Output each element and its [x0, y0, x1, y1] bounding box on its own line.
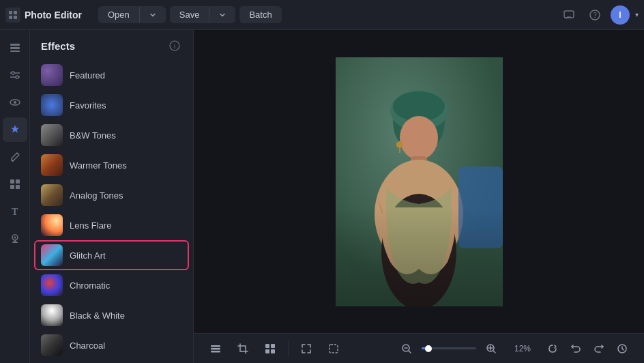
save-chevron-button[interactable] [209, 8, 235, 22]
effect-item-warmer-tones[interactable]: Warmer Tones [34, 150, 189, 180]
svg-point-17 [14, 101, 16, 104]
effects-header: Effects i [30, 30, 193, 60]
zoom-out-button[interactable] [396, 338, 418, 360]
effect-thumb-analog-tones [41, 184, 63, 206]
photo-canvas[interactable] [336, 57, 503, 306]
effect-thumb-chromatic [41, 274, 63, 296]
effects-title: Effects [41, 40, 75, 52]
canvas-area: 12% [194, 30, 644, 363]
restore-button[interactable] [542, 338, 564, 360]
effect-item-featured[interactable]: Featured [34, 60, 189, 90]
effect-item-favorites[interactable]: Favorites [34, 90, 189, 120]
svg-rect-49 [330, 345, 338, 353]
help-button[interactable]: ? [585, 5, 605, 25]
svg-text:?: ? [593, 12, 597, 19]
avatar[interactable]: I [611, 5, 630, 25]
sidebar-item-effects[interactable] [3, 117, 27, 142]
effect-label-charcoal: Charcoal [70, 340, 105, 351]
svg-rect-3 [14, 16, 17, 19]
sidebar-item-layers[interactable] [3, 35, 27, 60]
svg-rect-46 [271, 344, 275, 348]
sidebar-item-adjustments[interactable] [3, 63, 27, 87]
svg-rect-31 [336, 57, 503, 306]
effect-label-favorites: Favorites [70, 100, 106, 111]
effects-list: FeaturedFavoritesB&W TonesWarmer TonesAn… [30, 60, 193, 363]
effect-label-black-white: Black & White [70, 310, 125, 321]
header-right: ? I ▾ [559, 5, 639, 25]
sidebar-item-brush[interactable] [3, 145, 27, 169]
svg-rect-36 [411, 156, 427, 177]
svg-rect-1 [14, 11, 17, 14]
svg-rect-42 [211, 345, 220, 347]
save-button[interactable]: Save [170, 6, 209, 23]
svg-point-34 [393, 91, 445, 121]
svg-point-18 [12, 160, 14, 162]
effect-label-analog-tones: Analog Tones [70, 190, 123, 201]
header-actions: Open Save Batch [98, 6, 282, 23]
comment-button[interactable] [559, 5, 579, 25]
svg-point-37 [375, 160, 463, 269]
open-save-group: Open [98, 6, 166, 23]
toolbar-divider-1 [288, 340, 289, 357]
zoom-percent-label: 12% [506, 344, 531, 353]
effects-panel: Effects i FeaturedFavoritesB&W TonesWarm… [30, 30, 194, 363]
effect-item-cinematic[interactable]: Cinematic [34, 360, 189, 363]
open-button[interactable]: Open [98, 6, 139, 23]
fit-toolbar-button[interactable] [295, 338, 317, 360]
canvas-content [194, 30, 644, 333]
history-buttons [542, 338, 633, 360]
sidebar-item-text[interactable]: T [3, 199, 27, 224]
effect-item-charcoal[interactable]: Charcoal [34, 330, 189, 360]
effect-thumb-lens-flare [41, 214, 63, 236]
header: Photo Editor Open Save Batch [0, 0, 644, 30]
sidebar-item-eye[interactable] [3, 90, 27, 115]
effect-item-analog-tones[interactable]: Analog Tones [34, 180, 189, 210]
effect-label-bw-tones: B&W Tones [70, 130, 116, 141]
svg-rect-2 [9, 16, 12, 19]
effect-label-lens-flare: Lens Flare [70, 220, 111, 231]
effect-item-bw-tones[interactable]: B&W Tones [34, 120, 189, 150]
batch-button[interactable]: Batch [239, 6, 281, 23]
effect-label-warmer-tones: Warmer Tones [70, 160, 127, 171]
history-button[interactable] [611, 338, 633, 360]
crop-toolbar-button[interactable] [232, 338, 254, 360]
effect-item-chromatic[interactable]: Chromatic [34, 270, 189, 300]
effect-thumb-charcoal [41, 334, 63, 356]
svg-rect-30 [336, 57, 503, 306]
effect-item-black-white[interactable]: Black & White [34, 300, 189, 330]
undo-button[interactable] [565, 338, 587, 360]
svg-point-33 [390, 90, 448, 131]
svg-point-38 [381, 194, 456, 306]
avatar-chevron-icon[interactable]: ▾ [635, 11, 639, 18]
selection-toolbar-button[interactable] [323, 338, 345, 360]
svg-rect-44 [211, 351, 220, 353]
sidebar-item-table[interactable] [3, 172, 27, 197]
redo-button[interactable] [588, 338, 610, 360]
save-group: Save [170, 6, 236, 23]
svg-rect-41 [458, 166, 503, 248]
zoom-controls: 12% [396, 338, 531, 360]
logo-icon [5, 8, 20, 23]
layers-toolbar-button[interactable] [205, 338, 226, 360]
grid-toolbar-button[interactable] [259, 338, 281, 360]
open-chevron-button[interactable] [140, 8, 166, 22]
svg-rect-48 [271, 349, 275, 353]
sidebar-item-stamp[interactable] [3, 227, 27, 251]
effect-thumb-black-white [41, 304, 63, 326]
main-content: T Effects i FeaturedFavoritesB&W TonesWa [0, 30, 644, 363]
svg-point-35 [400, 116, 438, 160]
effect-item-lens-flare[interactable]: Lens Flare [34, 210, 189, 240]
svg-point-25 [14, 237, 16, 239]
svg-rect-27 [14, 240, 16, 242]
svg-rect-9 [10, 50, 20, 52]
photo-container [336, 57, 503, 306]
svg-rect-22 [16, 185, 20, 189]
svg-rect-0 [9, 11, 12, 14]
zoom-slider[interactable] [422, 347, 476, 349]
app-logo: Photo Editor [5, 8, 82, 23]
effect-item-glitch-art[interactable]: Glitch Art [34, 240, 189, 270]
zoom-in-button[interactable] [480, 338, 502, 360]
svg-rect-45 [265, 344, 269, 348]
effects-info-button[interactable]: i [167, 38, 182, 53]
zoom-slider-thumb[interactable] [425, 345, 432, 352]
